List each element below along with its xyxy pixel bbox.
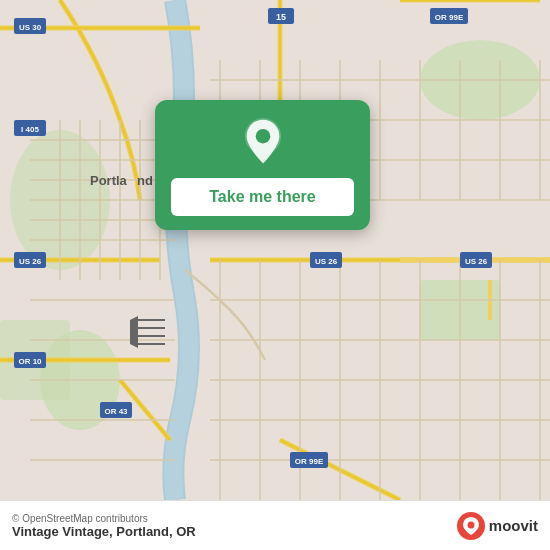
action-card: Take me there <box>155 100 370 230</box>
svg-text:OR 10: OR 10 <box>18 357 42 366</box>
svg-text:nd: nd <box>137 173 153 188</box>
moovit-branding: moovit <box>457 512 538 540</box>
svg-text:US 26: US 26 <box>19 257 42 266</box>
take-me-there-button[interactable]: Take me there <box>171 178 354 216</box>
svg-point-96 <box>255 129 270 144</box>
svg-text:Portla: Portla <box>90 173 128 188</box>
moovit-text: moovit <box>489 517 538 534</box>
location-pin-icon <box>238 118 288 168</box>
svg-text:15: 15 <box>276 12 286 22</box>
svg-text:US 30: US 30 <box>19 23 42 32</box>
svg-text:OR 99E: OR 99E <box>435 13 464 22</box>
svg-text:I 405: I 405 <box>21 125 39 134</box>
svg-text:OR 43: OR 43 <box>104 407 128 416</box>
map-svg: US 30 I 405 15 OR 99E US 26 US 26 US 26 … <box>0 0 550 500</box>
svg-text:OR 99E: OR 99E <box>295 457 324 466</box>
moovit-icon <box>457 512 485 540</box>
bottom-bar: © OpenStreetMap contributors Vintage Vin… <box>0 500 550 550</box>
svg-text:US 26: US 26 <box>315 257 338 266</box>
svg-text:US 26: US 26 <box>465 257 488 266</box>
location-label: Vintage Vintage, Portland, OR <box>12 524 457 539</box>
svg-point-97 <box>467 521 474 528</box>
svg-marker-94 <box>130 316 138 348</box>
copyright-text: © OpenStreetMap contributors <box>12 513 457 524</box>
map-container: US 30 I 405 15 OR 99E US 26 US 26 US 26 … <box>0 0 550 500</box>
